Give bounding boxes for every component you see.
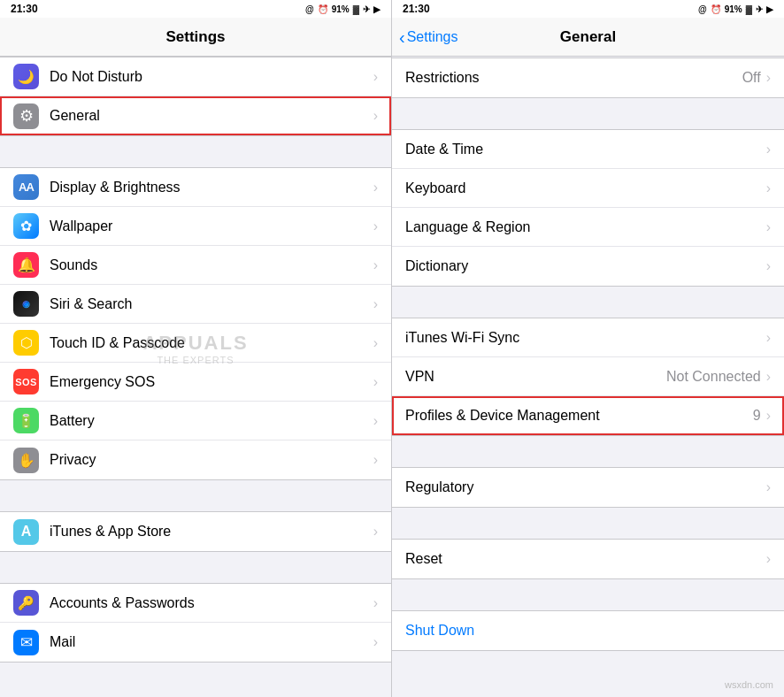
chevron-icon: › [766, 258, 771, 274]
left-group-4: 🔑 Accounts & Passwords › ✉ Mail › [0, 583, 391, 663]
row-shutdown[interactable]: Shut Down [392, 611, 784, 650]
right-scroll[interactable]: Restrictions Off › Date & Time › Keyboar… [392, 57, 784, 697]
sos-icon: SOS [13, 369, 39, 394]
back-label: Settings [407, 29, 458, 45]
right-group-3: iTunes Wi-Fi Sync › VPN Not Connected › … [392, 318, 784, 436]
left-time: 21:30 [11, 3, 38, 15]
location-icon: @ [305, 4, 314, 14]
chevron-icon: › [766, 369, 771, 385]
right-group-6: Shut Down [392, 610, 784, 651]
row-itunes-store[interactable]: A iTunes & App Store › [0, 512, 391, 551]
date-time-label: Date & Time [405, 142, 766, 157]
chevron-icon: › [766, 408, 771, 424]
row-do-not-disturb[interactable]: 🌙 Do Not Disturb › [0, 57, 391, 96]
siri-icon: ◉ [13, 291, 39, 317]
row-display[interactable]: AA Display & Brightness › [0, 168, 391, 207]
right-group-2: Date & Time › Keyboard › Language & Regi… [392, 129, 784, 287]
r-battery-icon: ▓ [746, 4, 752, 14]
chevron-icon: › [373, 69, 378, 85]
display-label: Display & Brightness [50, 180, 373, 195]
r-airplane-icon: ✈ [756, 4, 763, 14]
chevron-icon: › [373, 595, 378, 611]
left-scroll[interactable]: 🌙 Do Not Disturb › ⚙ General › AA [0, 57, 391, 697]
r-location-icon: @ [698, 4, 707, 14]
row-keyboard[interactable]: Keyboard › [392, 169, 784, 208]
mail-label: Mail [50, 634, 373, 650]
right-group-5: Reset › [392, 539, 784, 579]
left-status-icons: @ ⏰ 91% ▓ ✈ ▶ [305, 4, 380, 14]
row-siri[interactable]: ◉ Siri & Search › [0, 285, 391, 324]
chevron-icon: › [766, 142, 771, 157]
back-button[interactable]: ‹ Settings [399, 28, 457, 46]
touchid-icon: ⬡ [13, 330, 39, 356]
sounds-label: Sounds [50, 257, 373, 273]
vpn-label: VPN [405, 369, 666, 385]
right-time: 21:30 [403, 3, 430, 15]
right-group-1: Restrictions Off › [392, 57, 784, 98]
row-dictionary[interactable]: Dictionary › [392, 247, 784, 286]
restrictions-value: Off [742, 70, 761, 86]
left-nav-title: Settings [165, 28, 225, 46]
chevron-icon: › [373, 257, 378, 273]
back-chevron-icon: ‹ [399, 28, 405, 46]
general-icon: ⚙ [13, 103, 39, 129]
left-group-2: AA Display & Brightness › ✿ Wallpaper › … [0, 167, 391, 480]
row-sos[interactable]: SOS Emergency SOS › [0, 363, 391, 402]
row-touchid[interactable]: ⬡ Touch ID & Passcode › [0, 324, 391, 363]
row-mail[interactable]: ✉ Mail › [0, 623, 391, 662]
row-general[interactable]: ⚙ General › [0, 96, 391, 135]
itunes-wifi-sync-label: iTunes Wi-Fi Sync [405, 330, 766, 346]
sos-label: Emergency SOS [50, 374, 373, 390]
chevron-icon: › [373, 335, 378, 351]
airplane-icon: ✈ [363, 4, 370, 14]
privacy-icon: ✋ [13, 448, 39, 473]
chevron-icon: › [373, 180, 378, 195]
battery-icon: ▓ [353, 4, 359, 14]
battery-icon: 🔋 [13, 408, 39, 433]
row-regulatory[interactable]: Regulatory › [392, 468, 784, 507]
battery-status: 91% [332, 4, 350, 14]
profiles-label: Profiles & Device Management [405, 408, 753, 424]
row-itunes-wifi-sync[interactable]: iTunes Wi-Fi Sync › [392, 318, 784, 357]
chevron-icon: › [373, 296, 378, 312]
accounts-label: Accounts & Passwords [50, 595, 373, 611]
row-privacy[interactable]: ✋ Privacy › [0, 440, 391, 479]
row-profiles[interactable]: Profiles & Device Management 9 › [392, 396, 784, 435]
accounts-icon: 🔑 [13, 590, 39, 616]
left-nav-bar: Settings [0, 18, 391, 57]
siri-label: Siri & Search [50, 296, 373, 312]
row-vpn[interactable]: VPN Not Connected › [392, 357, 784, 396]
dictionary-label: Dictionary [405, 258, 766, 274]
row-battery[interactable]: 🔋 Battery › [0, 402, 391, 440]
restrictions-label: Restrictions [405, 70, 742, 86]
chevron-icon: › [373, 374, 378, 390]
chevron-icon: › [766, 330, 771, 346]
chevron-icon: › [373, 108, 378, 124]
chevron-icon: › [766, 180, 771, 196]
do-not-disturb-label: Do Not Disturb [50, 69, 373, 85]
wallpaper-icon: ✿ [13, 213, 39, 239]
watermark: wsxdn.com [725, 679, 773, 690]
right-nav-bar: ‹ Settings General [392, 18, 784, 57]
row-language-region[interactable]: Language & Region › [392, 208, 784, 247]
right-panel: 21:30 @ ⏰ 91% ▓ ✈ ▶ ‹ Settings General R… [392, 0, 784, 697]
row-wallpaper[interactable]: ✿ Wallpaper › [0, 207, 391, 246]
keyboard-label: Keyboard [405, 180, 766, 196]
alarm-icon: ⏰ [318, 4, 328, 14]
r-battery-pct: 91% [725, 4, 742, 14]
touchid-label: Touch ID & Passcode [50, 335, 373, 351]
chevron-icon: › [373, 413, 378, 429]
wifi-icon: ▶ [373, 4, 380, 14]
row-date-time[interactable]: Date & Time › [392, 130, 784, 169]
row-accounts[interactable]: 🔑 Accounts & Passwords › [0, 584, 391, 623]
chevron-icon: › [766, 70, 771, 86]
language-region-label: Language & Region [405, 219, 766, 235]
profiles-value: 9 [753, 408, 761, 424]
right-group-4: Regulatory › [392, 467, 784, 508]
right-status-bar: 21:30 @ ⏰ 91% ▓ ✈ ▶ [392, 0, 784, 18]
general-label: General [50, 108, 373, 124]
row-sounds[interactable]: 🔔 Sounds › [0, 246, 391, 285]
chevron-icon: › [373, 524, 378, 540]
row-reset[interactable]: Reset › [392, 540, 784, 578]
row-restrictions[interactable]: Restrictions Off › [392, 58, 784, 97]
